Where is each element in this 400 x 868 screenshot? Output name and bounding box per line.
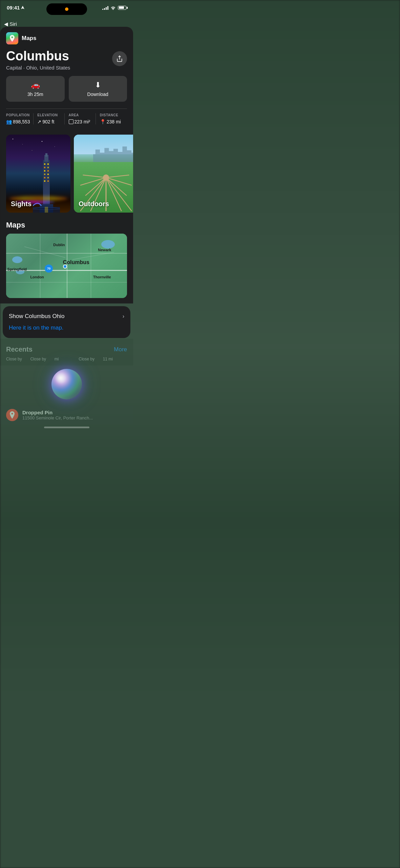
- app-header: Maps: [0, 27, 133, 48]
- population-stat: POPULATION 👥 898,553: [6, 113, 33, 124]
- share-button[interactable]: [112, 51, 127, 66]
- map-preview[interactable]: 70 Dublin Newark Springfield London Thor…: [6, 234, 127, 298]
- map-dublin-label: Dublin: [53, 243, 65, 247]
- population-icon: 👥: [6, 119, 12, 124]
- drive-icon: 🚗: [31, 81, 40, 90]
- svg-rect-4: [44, 163, 45, 165]
- show-location-text: Show Columbus Ohio: [9, 313, 64, 320]
- signal-bar-4: [107, 6, 108, 10]
- maps-section: Maps: [0, 218, 133, 303]
- tower-svg: [33, 153, 60, 213]
- location-title-area: Columbus Capital · Ohio, United States: [6, 49, 70, 71]
- wifi-icon: [110, 6, 116, 10]
- elevation-stat: ELEVATION ↗ 902 ft: [33, 113, 64, 124]
- download-button[interactable]: ⬇ Download: [69, 76, 127, 102]
- maps-app-icon: [6, 32, 18, 44]
- clock: 09:41: [7, 5, 20, 11]
- svg-rect-6: [44, 167, 45, 168]
- location-header: Columbus Capital · Ohio, United States: [0, 48, 133, 76]
- maps-icon-inner: [6, 32, 18, 44]
- map-springfield-label: Springfield: [7, 267, 27, 271]
- svg-rect-3: [45, 153, 47, 157]
- svg-rect-8: [44, 170, 45, 172]
- svg-line-29: [83, 175, 106, 178]
- chevron-right-icon: ›: [123, 313, 124, 319]
- siri-orb[interactable]: [51, 369, 82, 399]
- map-road-v4: [91, 234, 91, 298]
- map-canvas: 70 Dublin Newark Springfield London Thor…: [6, 234, 127, 298]
- home-bar: [44, 427, 89, 428]
- dynamic-island-dot: [65, 7, 68, 11]
- signal-bar-1: [102, 9, 103, 10]
- map-road-h5: [6, 282, 127, 283]
- area-value: 223 mi²: [69, 119, 96, 124]
- svg-rect-10: [44, 174, 45, 175]
- svg-rect-15: [47, 180, 49, 182]
- map-newark-label: Newark: [98, 248, 111, 252]
- location-subtitle: Capital · Ohio, United States: [6, 65, 70, 71]
- categories-row: Sights: [0, 129, 133, 218]
- svg-rect-11: [47, 174, 49, 175]
- svg-rect-5: [47, 163, 49, 165]
- drive-label: 3h 25m: [27, 92, 43, 97]
- distance-stat: DISTANCE 📍 238 mi: [96, 113, 127, 124]
- distance-value: 📍 238 mi: [100, 119, 127, 124]
- download-icon: ⬇: [95, 81, 101, 90]
- location-name: Columbus: [6, 49, 70, 63]
- svg-rect-13: [47, 177, 49, 178]
- svg-rect-9: [47, 170, 49, 172]
- action-buttons: 🚗 3h 25m ⬇ Download: [0, 76, 133, 108]
- siri-orb-container: [0, 366, 133, 406]
- maps-logo-svg: [8, 34, 16, 42]
- siri-back-label: ◀ Siri: [4, 21, 17, 27]
- status-bar: 09:41: [0, 0, 133, 13]
- elevation-label: ELEVATION: [37, 113, 64, 117]
- drive-button[interactable]: 🚗 3h 25m: [6, 76, 65, 102]
- download-label: Download: [87, 92, 108, 97]
- area-label: AREA: [69, 113, 96, 117]
- map-water-1: [12, 256, 22, 263]
- map-road-v3: [40, 234, 41, 298]
- show-location-button[interactable]: Show Columbus Ohio ›: [9, 313, 124, 320]
- population-label: POPULATION: [6, 113, 33, 117]
- svg-rect-14: [44, 180, 45, 182]
- sights-card[interactable]: Sights: [6, 135, 70, 213]
- highway-number: 70: [47, 267, 50, 270]
- status-time: 09:41: [7, 5, 24, 11]
- app-title: Maps: [22, 35, 36, 42]
- svg-line-30: [106, 175, 129, 178]
- sights-label: Sights: [11, 200, 31, 208]
- signal-bar-2: [104, 8, 105, 10]
- here-on-map-text: Here it is on the map.: [9, 324, 124, 331]
- status-icons: [102, 6, 126, 10]
- battery-fill: [119, 6, 124, 9]
- elevation-number: 902 ft: [42, 119, 54, 124]
- distance-number: 238 mi: [107, 119, 121, 124]
- area-number: 223 mi²: [75, 119, 90, 124]
- distance-label: DISTANCE: [100, 113, 127, 117]
- dynamic-island: [46, 3, 87, 15]
- maps-section-title: Maps: [6, 221, 127, 230]
- signal-bars: [102, 6, 108, 10]
- stats-row: POPULATION 👥 898,553 ELEVATION ↗ 902 ft …: [0, 108, 133, 129]
- main-card: Maps Columbus Capital · Ohio, United Sta…: [0, 27, 133, 303]
- area-stat: AREA 223 mi²: [65, 113, 96, 124]
- map-columbus-label: Columbus: [63, 259, 89, 265]
- area-icon: [69, 119, 73, 124]
- siri-back-button[interactable]: ◀ Siri: [4, 21, 17, 27]
- svg-rect-12: [44, 177, 45, 178]
- svg-rect-18: [45, 207, 48, 213]
- map-london-label: London: [30, 275, 44, 279]
- outdoors-label: Outdoors: [79, 200, 109, 208]
- location-arrow-icon: [21, 6, 24, 10]
- elevation-icon: ↗: [37, 119, 41, 124]
- outdoors-card[interactable]: Outdoors: [74, 135, 133, 213]
- siri-overlay: Show Columbus Ohio › Here it is on the m…: [3, 306, 130, 338]
- population-number: 898,553: [13, 119, 30, 124]
- population-value: 👥 898,553: [6, 119, 33, 124]
- battery-icon: [118, 6, 126, 10]
- share-icon: [116, 55, 123, 62]
- map-thornville-label: Thornville: [93, 275, 111, 279]
- elevation-value: ↗ 902 ft: [37, 119, 64, 124]
- svg-rect-7: [47, 167, 49, 168]
